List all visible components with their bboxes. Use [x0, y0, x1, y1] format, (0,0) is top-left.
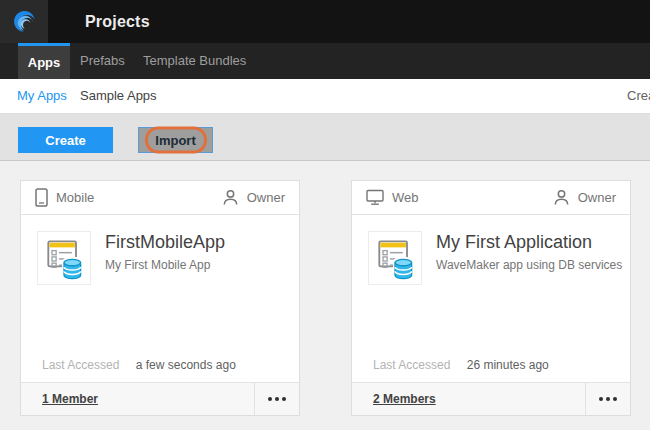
tab-template-bundles[interactable]: Template Bundles — [143, 43, 246, 79]
clipped-create-text[interactable]: Crea — [627, 79, 650, 114]
subnav: My Apps Sample Apps Crea — [0, 79, 650, 114]
import-button-label: Import — [155, 133, 195, 148]
mobile-icon — [35, 188, 48, 207]
platform-label: Mobile — [56, 190, 94, 205]
platform-label: Web — [392, 190, 419, 205]
last-accessed-value: a few seconds ago — [136, 358, 236, 372]
card-footer: 1 Member — [21, 382, 299, 415]
card-body: FirstMobileApp My First Mobile App Last … — [21, 215, 299, 384]
app-description: My First Mobile App — [105, 258, 210, 272]
card-body: My First Application WaveMaker app using… — [352, 215, 630, 384]
import-button[interactable]: Import — [138, 127, 213, 153]
subnav-sample-apps[interactable]: Sample Apps — [80, 79, 157, 114]
tab-apps[interactable]: Apps — [18, 43, 70, 79]
card-header: Mobile Owner — [21, 181, 299, 215]
create-button[interactable]: Create — [18, 127, 113, 153]
toolbar-band: Create Import — [0, 114, 650, 161]
app-icon-box — [37, 231, 91, 285]
db-cylinder — [64, 259, 81, 279]
members-link[interactable]: 2 Members — [373, 392, 436, 406]
app-title[interactable]: My First Application — [436, 232, 592, 253]
last-accessed-row: Last Accessed a few seconds ago — [42, 358, 236, 372]
wavemaker-logo-icon — [11, 8, 38, 35]
app-description: WaveMaker app using DB services — [436, 258, 622, 272]
owner-person-icon — [553, 189, 570, 206]
ellipsis-menu-icon[interactable] — [255, 383, 299, 415]
last-accessed-row: Last Accessed 26 minutes ago — [373, 358, 549, 372]
owner-person-icon — [222, 189, 239, 206]
logo-block[interactable] — [0, 0, 48, 43]
page-title: Projects — [85, 0, 150, 43]
app-title[interactable]: FirstMobileApp — [105, 232, 225, 253]
app-icon-box — [368, 231, 422, 285]
ellipsis-menu-icon[interactable] — [586, 383, 630, 415]
subnav-my-apps[interactable]: My Apps — [17, 79, 67, 114]
card-footer: 2 Members — [352, 382, 630, 415]
project-card-mobile[interactable]: Mobile Owner — [20, 180, 300, 416]
db-cylinder — [395, 259, 412, 279]
app-header: Projects — [0, 0, 650, 43]
app-window-db-icon — [40, 234, 88, 282]
card-header: Web Owner — [352, 181, 630, 215]
tab-prefabs[interactable]: Prefabs — [80, 43, 125, 79]
project-card-web[interactable]: Web Owner — [351, 180, 631, 416]
app-window-db-icon — [371, 234, 419, 282]
web-icon — [366, 189, 384, 206]
last-accessed-value: 26 minutes ago — [467, 358, 549, 372]
last-accessed-label: Last Accessed — [42, 358, 119, 372]
owner-label: Owner — [578, 190, 616, 205]
last-accessed-label: Last Accessed — [373, 358, 450, 372]
owner-label: Owner — [247, 190, 285, 205]
main-tabbar: Apps Prefabs Template Bundles — [0, 43, 650, 79]
members-link[interactable]: 1 Member — [42, 392, 98, 406]
